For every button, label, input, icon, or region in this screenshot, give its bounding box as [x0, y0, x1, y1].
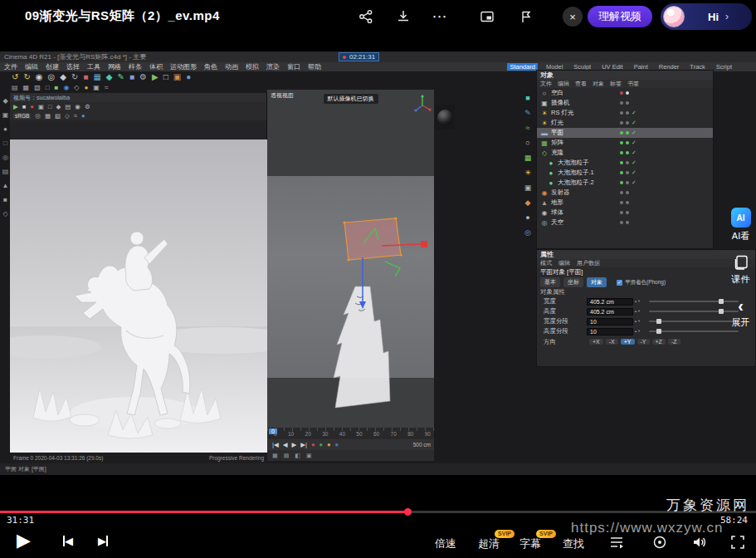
create-tool-icon[interactable]: ✎ [524, 108, 531, 118]
visibility-dot[interactable] [620, 131, 623, 135]
object-tree-row[interactable]: ○ 空白 [537, 88, 713, 98]
object-tree-row[interactable]: ▲ 地形 [537, 198, 713, 208]
menu-item[interactable]: 模拟 [246, 62, 259, 71]
toolbar-icon[interactable]: ↺ [12, 72, 18, 82]
toolbar-icon[interactable]: ◇ [74, 83, 79, 93]
enable-check-icon[interactable]: ✓ [632, 140, 637, 146]
object-tags[interactable] [620, 101, 629, 105]
object-tree-row[interactable]: ◎ 天空 [537, 218, 713, 228]
understand-video-button[interactable]: 理解视频 [588, 6, 652, 27]
material-preview[interactable] [435, 105, 455, 130]
ai-watch-button[interactable]: AI AI看 [731, 208, 751, 242]
attribute-tab[interactable]: 对象 [587, 277, 607, 287]
toolbar-icon[interactable]: ✎ [118, 72, 124, 82]
slider-thumb[interactable] [719, 299, 724, 304]
mode-tool-icon[interactable]: ▲ [2, 181, 9, 191]
object-tree-row[interactable]: ● 大泡泡粒子.1 ✓ [537, 168, 713, 178]
checkbox-checked-icon[interactable]: ✓ [617, 280, 622, 286]
object-tree-row[interactable]: ◇ 克隆 ✓ [537, 148, 713, 158]
volume-icon[interactable] [690, 533, 709, 551]
panel-menu-item[interactable]: 标签 [610, 80, 622, 88]
toolbar-icon[interactable]: ■ [83, 72, 88, 82]
field-slider[interactable] [649, 330, 739, 332]
enable-check-icon[interactable]: ✓ [632, 159, 637, 166]
panel-menu-item[interactable]: 对象 [593, 80, 604, 88]
enable-check-icon[interactable]: ✓ [632, 120, 637, 126]
attribute-tab[interactable]: 坐标 [563, 277, 583, 287]
render-dot[interactable] [626, 171, 629, 174]
menu-item[interactable]: 编辑 [25, 62, 38, 71]
toolbar-icon[interactable]: ● [186, 72, 191, 82]
enable-check-icon[interactable]: ✓ [632, 179, 637, 186]
object-tags[interactable]: ✓ [620, 159, 637, 166]
render-dot[interactable] [626, 211, 629, 214]
timeline-playhead[interactable]: 0 [269, 428, 277, 434]
transport-button[interactable]: ● [319, 440, 324, 450]
next-video-button[interactable]: ▶ [98, 536, 108, 546]
spinner-arrows-icon[interactable]: ▲▼ [634, 310, 641, 313]
toolbar-icon[interactable]: □ [46, 83, 50, 93]
create-tool-icon[interactable]: ▣ [524, 183, 532, 193]
menu-item[interactable]: 文件 [4, 62, 17, 71]
layout-tab[interactable]: Standard [507, 63, 537, 71]
visibility-dot[interactable] [620, 151, 623, 154]
object-tags[interactable]: ✓ [620, 110, 637, 116]
renderview-tool-icon[interactable]: ≈ [74, 111, 77, 121]
toolbar-icon[interactable]: ▦ [23, 83, 30, 93]
phong-toggle[interactable]: ✓ 平滑着色(Phong) [617, 279, 666, 286]
create-tool-icon[interactable]: ◎ [524, 228, 531, 237]
toolbar-icon[interactable]: ▣ [93, 83, 100, 93]
object-tags[interactable]: ✓ [620, 169, 637, 176]
orientation-option[interactable]: -X [606, 339, 618, 345]
toolbar-icon[interactable]: □ [163, 72, 168, 82]
object-tags[interactable]: ✓ [620, 130, 637, 136]
transport-button[interactable]: ▶ [292, 440, 297, 450]
mode-tool-icon[interactable]: ◇ [2, 209, 7, 219]
menu-item[interactable]: 样条 [129, 62, 142, 71]
object-tags[interactable] [620, 201, 629, 204]
render-dot[interactable] [626, 161, 629, 164]
renderview-tool-icon[interactable]: ▦ [45, 111, 51, 121]
transport-button[interactable]: ● [335, 440, 339, 450]
toolbar-icon[interactable]: ■ [129, 72, 134, 82]
menu-item[interactable]: 运动图形 [170, 62, 197, 71]
menu-item[interactable]: 渲染 [266, 62, 280, 71]
download-icon[interactable] [393, 7, 413, 27]
spinner-arrows-icon[interactable]: ▲▼ [634, 320, 641, 323]
panel-menu-item[interactable]: 书签 [627, 80, 639, 88]
visibility-dot[interactable] [620, 111, 623, 115]
panel-menu-item[interactable]: 编辑 [558, 80, 569, 88]
renderview-tool-icon[interactable]: ◇ [65, 111, 70, 121]
transport-button[interactable]: ▶| [300, 440, 307, 450]
menu-item[interactable]: 体积 [149, 62, 163, 71]
player-text-control[interactable]: 超清 SVIP [478, 536, 500, 551]
mode-tool-icon[interactable]: ▤ [2, 167, 9, 177]
orientation-option[interactable]: +Y [621, 339, 635, 345]
object-tree-row[interactable]: ▦ 矩阵 ✓ [537, 138, 713, 148]
mode-tool-icon[interactable]: □ [3, 139, 7, 149]
renderview-tool-icon[interactable]: ● [30, 102, 34, 112]
feedback-flag-icon[interactable] [516, 7, 536, 27]
option-icon[interactable]: ▦ [272, 451, 278, 461]
player-text-control[interactable]: 倍速 [435, 536, 456, 551]
toolbar-icon[interactable]: ↻ [71, 72, 78, 82]
panel-menu-item[interactable]: 模式 [540, 259, 552, 267]
transport-button[interactable]: ◀ [283, 440, 288, 450]
courseware-button[interactable]: 课件 [732, 254, 750, 286]
perspective-viewport[interactable]: 透视视图 默认摄像机已切换 [267, 90, 434, 428]
visibility-dot[interactable] [620, 91, 623, 95]
visibility-dot[interactable] [620, 171, 623, 174]
object-tree-row[interactable]: ☀ 灯光 ✓ [537, 118, 713, 128]
menu-item[interactable]: 角色 [204, 62, 217, 71]
menu-item[interactable]: 动画 [225, 62, 238, 71]
object-tree-row[interactable]: ◉ 发射器 [537, 188, 713, 198]
visibility-dot[interactable] [620, 141, 623, 144]
visibility-dot[interactable] [620, 221, 623, 224]
mode-tool-icon[interactable]: ◆ [2, 96, 7, 106]
render-dot[interactable] [626, 181, 629, 184]
seek-thumb[interactable] [404, 508, 412, 516]
enable-check-icon[interactable]: ✓ [632, 149, 637, 156]
object-tree-row[interactable]: ☀ RS 灯光 ✓ [537, 108, 713, 118]
render-dot[interactable] [626, 121, 629, 125]
toolbar-icon[interactable]: ▣ [173, 72, 181, 82]
